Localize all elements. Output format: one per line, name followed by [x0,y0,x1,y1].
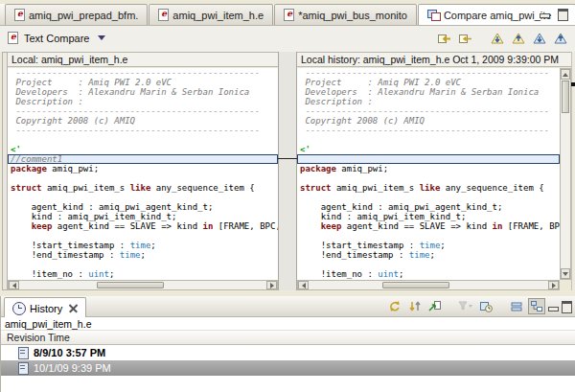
code-line: Copyright 2008 (c) AMIQ [297,116,560,126]
code-line: ----------------------------------------… [297,68,560,78]
code-line: <' [8,145,278,154]
tab-amiq-pwi-item-h-e[interactable]: amiq_pwi_item_h.e [149,4,273,25]
code-line: package amiq_pwi; [297,164,560,173]
right-horizontal-scrollbar[interactable] [297,280,560,290]
code-line [297,260,560,269]
code-line: !item_no : uint; [297,269,560,279]
code-line: ----------------------------------------… [297,106,560,116]
code-line: keep agent_kind == SLAVE => kind in [FRA… [8,221,278,231]
code-line: !start_timestamp : time; [297,241,560,250]
next-difference-icon[interactable] [489,31,506,47]
code-line [297,173,560,183]
left-horizontal-scrollbar[interactable] [8,280,278,290]
code-line: struct amiq_pwi_item_s like any_sequence… [8,183,278,193]
history-icon [12,302,26,315]
hierarchical-mode-icon[interactable] [528,298,545,314]
revision-icon [18,362,29,375]
code-line: ----------------------------------------… [8,68,278,78]
show-time-info-icon[interactable] [477,298,494,314]
revision-time: 8/9/10 3:57 PM [34,347,105,358]
diff-overview-marker[interactable] [571,82,575,86]
compare-mode-icon[interactable] [426,298,444,314]
scroll-down-icon[interactable] [561,268,570,279]
maximize-icon[interactable] [562,301,572,313]
code-line: ----------------------------------------… [8,126,278,135]
tab-history[interactable]: History [4,297,86,318]
code-line [8,260,278,269]
code-line [297,135,560,145]
e-file-icon [14,9,25,21]
link-with-editor-icon[interactable] [406,298,424,314]
e-file-icon [284,9,294,21]
copy-current-right-to-left-icon[interactable] [456,31,473,47]
revision-row[interactable]: 8/9/10 3:57 PM [1,345,575,360]
scrollbar-thumb[interactable] [97,282,164,288]
close-icon[interactable] [69,304,78,312]
code-line: Project : Amiq PWI 2.0 eVC [297,78,560,87]
scroll-right-icon[interactable] [548,281,559,289]
minimize-icon[interactable] [540,13,550,18]
code-line: kind : amiq_pwi_item_kind_t; [8,212,278,221]
code-line: Project : Amiq PWI 2.0 eVC [8,78,278,87]
compare-toolbar: Text Compare [0,26,575,52]
scroll-up-icon[interactable] [561,69,570,80]
tab-amiq-pwi-bus-monitor[interactable]: *amiq_pwi_bus_monito [274,4,417,25]
revision-row[interactable]: 10/1/09 9:39 PM [1,360,575,376]
code-line [8,173,278,183]
tab-label: *amiq_pwi_bus_monito [298,10,407,21]
revision-icon [18,347,29,359]
code-line: keep agent_kind == SLAVE => kind in [FRA… [297,221,560,231]
code-line [297,193,560,202]
compare-mode-label: Text Compare [24,33,89,44]
minimize-icon[interactable] [548,307,559,311]
scrollbar-thumb[interactable] [562,81,569,113]
tab-amiq-pwi-prepad-bfm[interactable]: amiq_pwi_prepad_bfm. [5,4,148,25]
filter-dropdown-icon[interactable] [457,298,474,314]
code-line: Developers : Alexandru Marin & Serban Io… [8,87,278,97]
code-line: kind : amiq_pwi_item_kind_t; [297,212,560,221]
scroll-right-icon[interactable] [266,281,277,289]
refresh-icon[interactable] [386,298,403,314]
code-line [8,231,278,241]
code-line: agent_kind : amiq_pwi_agent_kind_t; [8,202,278,212]
overview-ruler[interactable] [571,52,575,290]
code-line: agent_kind : amiq_pwi_agent_kind_t; [297,202,560,212]
code-line [8,193,278,202]
history-file-label: amiq_pwi_item_h.e [1,317,575,331]
left-code-editor[interactable]: ----------------------------------------… [8,68,278,280]
scroll-left-icon[interactable] [9,281,19,289]
maximize-icon[interactable] [558,9,568,21]
code-line [8,135,278,145]
code-line: Developers : Alexandru Marin & Serban Io… [297,87,560,97]
flat-mode-icon[interactable] [508,298,525,314]
left-pane-header: Local: amiq_pwi_item_h.e [8,52,278,67]
previous-change-icon[interactable] [552,31,569,47]
column-header-revision-time[interactable]: Revision Time [1,331,575,345]
code-line: !end_timestamp : time; [8,250,278,260]
editor-window-buttons [540,9,568,21]
code-line: ----------------------------------------… [8,106,278,116]
right-code-editor[interactable]: ----------------------------------------… [297,68,560,280]
e-file-icon [8,32,18,44]
code-line: !start_timestamp : time; [8,241,278,250]
copy-all-right-to-left-icon[interactable] [435,31,452,47]
code-line: struct amiq_pwi_item_s like any_sequence… [297,183,560,193]
compare-toolbar-icons [435,31,569,47]
code-line [297,231,560,241]
compare-mode-selector[interactable]: Text Compare [8,32,105,44]
code-line: package amiq_pwi; [8,164,278,173]
scroll-left-icon[interactable] [298,281,309,289]
code-line: !item_no : uint; [8,269,278,279]
code-line: !end_timestamp : time; [297,250,560,260]
right-vertical-scrollbar[interactable] [560,68,571,280]
code-line: Description : [297,97,560,106]
next-change-icon[interactable] [531,31,548,47]
previous-difference-icon[interactable] [510,31,527,47]
editor-tab-bar: amiq_pwi_prepad_bfm. amiq_pwi_item_h.e *… [0,4,575,26]
tab-label: amiq_pwi_prepad_bfm. [29,10,138,21]
scrollbar-thumb[interactable] [382,282,449,288]
tab-label: Compare amiq_pwi_ite [444,10,552,21]
code-line: Copyright 2008 (c) AMIQ [8,116,278,126]
selected-diff-line: //comment1 [8,154,278,164]
diff-connector-line [278,158,297,159]
